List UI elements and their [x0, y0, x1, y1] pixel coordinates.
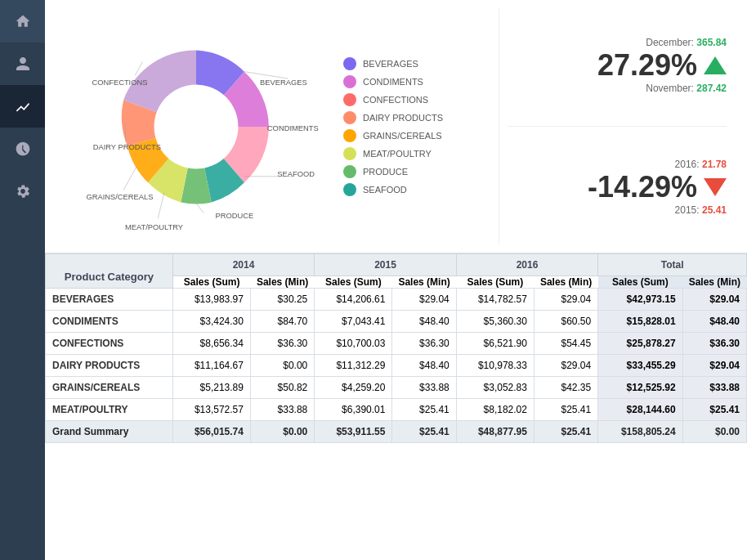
- td-value: $15,828.01: [598, 311, 682, 333]
- td-value: $30.25: [250, 289, 314, 311]
- sidebar-item-chart[interactable]: [0, 85, 45, 128]
- th-2015-sum: Sales (Sum): [315, 276, 392, 289]
- td-grand-summary-value: $158,805.24: [598, 421, 682, 443]
- td-category: BEVERAGES: [46, 289, 173, 311]
- td-value: $33.88: [250, 399, 314, 421]
- main-content: BEVERAGES CONDIMENTS SEAFOOD PRODUCE MEA…: [45, 0, 747, 560]
- td-value: $12,525.92: [598, 377, 682, 399]
- legend-label-meat: MEAT/POULTRY: [363, 149, 432, 159]
- td-value: $33,455.29: [598, 355, 682, 377]
- stat-top-percent: 27.29%: [508, 48, 727, 83]
- table-row: CONDIMENTS$3,424.30$84.70$7,043.41$48.40…: [46, 311, 747, 333]
- svg-text:MEAT/POULTRY: MEAT/POULTRY: [125, 223, 184, 231]
- td-value: $29.04: [534, 355, 597, 377]
- sidebar: [0, 0, 45, 560]
- th-total-sum: Sales (Sum): [598, 276, 682, 289]
- th-2015: 2015: [315, 254, 456, 276]
- td-grand-summary-value: $53,911.55: [315, 421, 392, 443]
- td-value: $84.70: [250, 311, 314, 333]
- legend-item-seafood: SEAFOOD: [343, 183, 499, 196]
- th-2016: 2016: [456, 254, 597, 276]
- td-value: $14,206.61: [315, 289, 392, 311]
- stat-bottom-sub: 2015: 25.41: [508, 204, 727, 216]
- sidebar-item-user[interactable]: [0, 43, 45, 85]
- td-value: $60.50: [534, 311, 597, 333]
- grand-summary-row: Grand Summary$56,015.74$0.00$53,911.55$2…: [46, 421, 747, 443]
- svg-line-12: [123, 166, 136, 190]
- td-value: $0.00: [250, 355, 314, 377]
- td-value: $28,144.60: [598, 399, 682, 421]
- td-value: $14,782.57: [456, 289, 534, 311]
- legend-label-grains: GRAINS/CEREALS: [363, 131, 442, 141]
- legend-label-produce: PRODUCE: [363, 167, 408, 177]
- td-value: $54.45: [534, 333, 597, 355]
- td-grand-summary-value: $0.00: [682, 421, 746, 443]
- td-value: $33.88: [392, 377, 456, 399]
- legend-dot-grains: [343, 129, 356, 142]
- td-value: $10,978.33: [456, 355, 534, 377]
- td-grand-summary-value: $25.41: [534, 421, 597, 443]
- legend-label-beverages: BEVERAGES: [363, 59, 418, 69]
- td-value: $36.30: [682, 333, 746, 355]
- svg-text:GRAINS/CEREALS: GRAINS/CEREALS: [86, 192, 153, 200]
- td-value: $5,213.89: [172, 377, 250, 399]
- td-value: $48.40: [392, 311, 456, 333]
- td-value: $6,521.90: [456, 333, 534, 355]
- legend-dot-produce: [343, 165, 356, 178]
- td-value: $29.04: [392, 289, 456, 311]
- stat-block-top: December: 365.84 27.29% November: 287.42: [508, 37, 727, 94]
- td-value: $29.04: [534, 289, 597, 311]
- legend-item-dairy: DAIRY PRODUCTS: [343, 111, 499, 124]
- th-2014: 2014: [172, 254, 314, 276]
- td-grand-summary-value: $25.41: [392, 421, 456, 443]
- legend-dot-dairy: [343, 111, 356, 124]
- td-value: $25.41: [392, 399, 456, 421]
- stat-divider: [508, 126, 727, 127]
- td-value: $42.35: [534, 377, 597, 399]
- th-2014-min: Sales (Min): [250, 276, 314, 289]
- td-value: $48.40: [392, 355, 456, 377]
- table-row: GRAINS/CEREALS$5,213.89$50.82$4,259.20$3…: [46, 377, 747, 399]
- legend-dot-condiments: [343, 75, 356, 88]
- td-grand-summary-value: $56,015.74: [172, 421, 250, 443]
- svg-point-0: [154, 84, 239, 168]
- table-row: DAIRY PRODUCTS$11,164.67$0.00$11,312.29$…: [46, 355, 747, 377]
- td-grand-summary-label: Grand Summary: [46, 421, 173, 443]
- svg-line-8: [196, 203, 204, 213]
- legend-item-condiments: CONDIMENTS: [343, 75, 499, 88]
- chart-area: BEVERAGES CONDIMENTS SEAFOOD PRODUCE MEA…: [45, 0, 747, 253]
- sidebar-item-home[interactable]: [0, 0, 45, 43]
- stat-block-bottom: 2016: 21.78 -14.29% 2015: 25.41: [508, 159, 727, 216]
- sidebar-item-clock[interactable]: [0, 128, 45, 170]
- stat-bottom-year: 2016: 21.78: [508, 159, 727, 170]
- td-value: $25.41: [682, 399, 746, 421]
- svg-text:BEVERAGES: BEVERAGES: [260, 78, 307, 86]
- donut-chart-section: BEVERAGES CONDIMENTS SEAFOOD PRODUCE MEA…: [57, 8, 335, 244]
- legend-label-seafood: SEAFOOD: [363, 185, 407, 195]
- td-category: MEAT/POULTRY: [46, 399, 173, 421]
- td-value: $6,390.01: [315, 399, 392, 421]
- td-value: $42,973.15: [598, 289, 682, 311]
- stats-section: December: 365.84 27.29% November: 287.42…: [499, 8, 735, 244]
- td-value: $13,572.57: [172, 399, 250, 421]
- th-total-min: Sales (Min): [682, 276, 746, 289]
- td-value: $36.30: [250, 333, 314, 355]
- td-value: $3,424.30: [172, 311, 250, 333]
- td-value: $8,656.34: [172, 333, 250, 355]
- legend-item-produce: PRODUCE: [343, 165, 499, 178]
- legend-label-dairy: DAIRY PRODUCTS: [363, 113, 443, 123]
- sidebar-item-settings[interactable]: [0, 170, 45, 213]
- legend-item-beverages: BEVERAGES: [343, 57, 499, 70]
- svg-text:PRODUCE: PRODUCE: [215, 212, 253, 220]
- legend-item-confections: CONFECTIONS: [343, 93, 499, 106]
- td-category: CONDIMENTS: [46, 311, 173, 333]
- trend-down-icon: [704, 178, 727, 196]
- td-value: $10,700.03: [315, 333, 392, 355]
- td-grand-summary-value: $48,877.95: [456, 421, 534, 443]
- td-category: GRAINS/CEREALS: [46, 377, 173, 399]
- th-2014-sum: Sales (Sum): [172, 276, 250, 289]
- td-value: $25.41: [534, 399, 597, 421]
- td-value: $3,052.83: [456, 377, 534, 399]
- td-value: $48.40: [682, 311, 746, 333]
- td-value: $13,983.97: [172, 289, 250, 311]
